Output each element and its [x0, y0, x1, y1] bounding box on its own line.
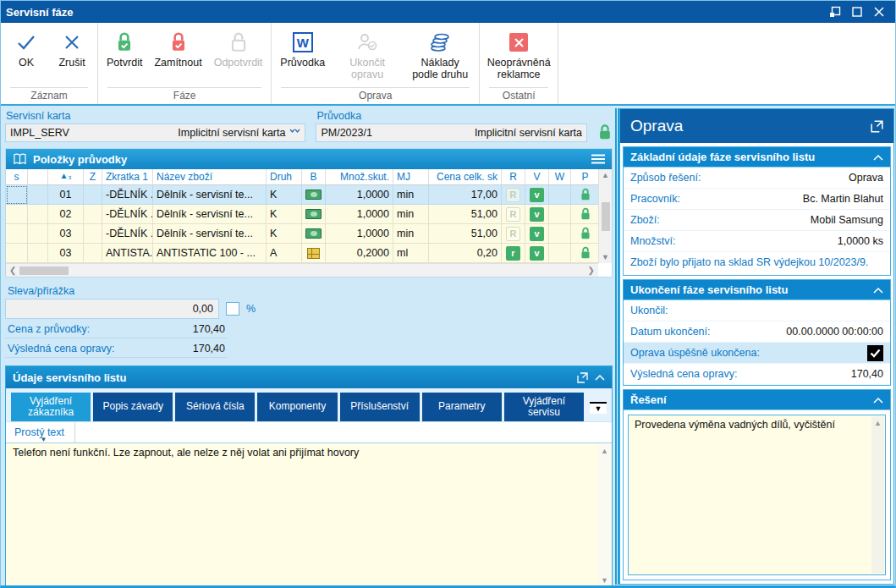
- service-card-input[interactable]: IMPL_SERV Implicitní servisní karta: [5, 124, 305, 142]
- ok-button[interactable]: OK: [3, 27, 49, 70]
- tab-vyjadreni-zakaznika[interactable]: Vyjádření zákazníka: [11, 393, 91, 421]
- dock-icon[interactable]: [824, 3, 846, 20]
- popout-icon[interactable]: [871, 120, 883, 133]
- section-header: Základní údaje fáze servisního listu: [624, 147, 890, 168]
- scroll-thumb[interactable]: [602, 202, 610, 231]
- price-from-pruvodka-row: Cena z průvodky: 170,40: [5, 321, 227, 338]
- close-icon[interactable]: [868, 3, 890, 20]
- collapse-icon[interactable]: [873, 287, 883, 294]
- lock-icon: [580, 246, 591, 260]
- table-row[interactable]: 01 -DĚLNÍK ... Dělník - servisní te... K…: [6, 185, 598, 205]
- check-icon: [16, 30, 36, 54]
- col-sort[interactable]: ▲₃: [48, 169, 84, 185]
- section-header: Ukončení fáze servisního listu: [624, 280, 890, 300]
- scroll-right-icon[interactable]: ❯: [588, 266, 595, 275]
- subtab-plain-text[interactable]: Prostý text ▼: [6, 422, 75, 442]
- col-w[interactable]: W: [549, 169, 571, 185]
- discount-label: Sleva/přirážka: [8, 285, 613, 297]
- service-phase-window: Servisní fáze OK Zrušit: [0, 0, 896, 588]
- window-title: Servisní fáze: [6, 6, 824, 19]
- col-nazev[interactable]: Název zboží: [153, 169, 267, 185]
- menu-icon[interactable]: [591, 154, 605, 164]
- tab-seriova-cisla[interactable]: Sériová čísla: [175, 393, 255, 421]
- collapse-icon[interactable]: [595, 374, 605, 381]
- popout-icon[interactable]: [577, 372, 588, 383]
- maximize-icon[interactable]: [846, 3, 868, 20]
- left-column: Servisní karta IMPL_SERV Implicitní serv…: [5, 110, 613, 582]
- col-zkratka[interactable]: Zkratka 1: [102, 169, 153, 185]
- col-cena[interactable]: Cena celk. sk: [429, 169, 502, 185]
- col-s[interactable]: s: [6, 169, 28, 185]
- percent-checkbox[interactable]: [226, 302, 239, 316]
- tab-vyjadreni-servisu[interactable]: Vyjádření servisu: [504, 393, 584, 421]
- tab-parametry[interactable]: Parametry: [422, 393, 502, 421]
- r-badge: R: [506, 227, 520, 241]
- col-druh[interactable]: Druh: [267, 169, 302, 185]
- success-checkbox[interactable]: [867, 345, 883, 361]
- unjustified-claim-button[interactable]: Neoprávněná reklamce: [482, 27, 555, 82]
- repair-panel-title: Oprava: [630, 117, 864, 135]
- col-b[interactable]: B: [302, 169, 326, 185]
- subtab-bar: Prostý text ▼: [6, 421, 612, 442]
- textarea-scrollbar[interactable]: ▲ ▼: [598, 444, 611, 587]
- collapse-icon[interactable]: [873, 154, 883, 161]
- pruvodka-desc: Implicitní servisní karta: [475, 127, 582, 139]
- horizontal-scrollbar[interactable]: ❮ ❯: [6, 263, 598, 277]
- scroll-left-icon[interactable]: ❮: [9, 266, 16, 275]
- service-sheet-header: Údaje servisního listu: [6, 366, 612, 388]
- lock-icon: [580, 207, 591, 221]
- col-v[interactable]: V: [525, 169, 549, 185]
- word-document-icon: W: [293, 30, 313, 54]
- v-badge: v: [530, 188, 544, 202]
- col-mj[interactable]: MJ: [393, 169, 429, 185]
- banknote-icon: [305, 209, 322, 219]
- percent-label: %: [246, 303, 256, 315]
- col-r[interactable]: R: [502, 169, 525, 185]
- textarea-scrollbar[interactable]: ▲: [871, 416, 884, 574]
- worker-row: Pracovník: Bc. Martin Blahut: [624, 189, 890, 210]
- final-price-row: Výsledná cena opravy: 170,40: [624, 364, 890, 385]
- solution-textarea[interactable]: Provedena výměna vadných dílů, vyčištění…: [628, 415, 886, 575]
- solution-type-row: Způsob řešení: Oprava: [624, 168, 890, 189]
- scroll-down-icon[interactable]: ▼: [601, 576, 608, 585]
- repair-success-row: Oprava úspěšně ukončena:: [624, 343, 890, 364]
- col-p[interactable]: P: [571, 169, 600, 185]
- confirm-button[interactable]: Potvrdit: [101, 27, 148, 70]
- pruvodka-input[interactable]: PM/2023/1 Implicitní servisní karta: [316, 124, 587, 142]
- table-row[interactable]: 03 -DĚLNÍK ... Dělník - servisní te... K…: [6, 224, 598, 244]
- scroll-up-icon[interactable]: ▲: [601, 447, 608, 455]
- vertical-scrollbar[interactable]: ▲ ▼: [598, 169, 612, 263]
- r-badge: R: [506, 207, 520, 222]
- collapse-icon[interactable]: [873, 397, 883, 404]
- scroll-down-icon[interactable]: ▼: [602, 253, 609, 261]
- table-row[interactable]: 03 ANTISTA... ANTISTATIC 100 - ... A 0,2…: [6, 244, 598, 263]
- more-tabs-icon[interactable]: ▼: [590, 402, 607, 414]
- dropdown-icon[interactable]: [289, 128, 300, 138]
- col-blank[interactable]: [28, 169, 48, 185]
- customer-statement-textarea[interactable]: Telefon není funkční. Lze zapnout, ale n…: [6, 442, 612, 588]
- scroll-thumb[interactable]: [19, 267, 69, 275]
- col-z[interactable]: Z: [84, 169, 102, 185]
- reject-button[interactable]: Zamítnout: [148, 27, 207, 70]
- r-badge: R: [506, 188, 520, 202]
- scroll-up-icon[interactable]: ▲: [874, 419, 882, 427]
- goods-row: Zboží: Mobil Samsung: [624, 210, 890, 231]
- table-row[interactable]: 02 -DĚLNÍK ... Dělník - servisní te... K…: [6, 205, 598, 224]
- discount-input[interactable]: 0,00: [5, 299, 219, 319]
- service-sheet-tabs: Vyjádření zákazníka Popis závady Sériová…: [6, 388, 612, 421]
- costs-by-type-button[interactable]: Náklady podle druhu: [404, 27, 476, 82]
- final-price-row: Výsledná cena opravy: 170,40: [5, 340, 227, 358]
- pruvodka-code: PM/2023/1: [321, 127, 474, 139]
- tab-komponenty[interactable]: Komponenty: [257, 393, 337, 421]
- stock-note: Zboží bylo přijato na sklad SR výdejkou …: [624, 252, 890, 275]
- lock-icon: [580, 188, 591, 201]
- tab-prislusenstvi[interactable]: Příslušenství: [340, 393, 420, 421]
- tab-popis-zavady[interactable]: Popis závady: [93, 393, 173, 421]
- scroll-up-icon[interactable]: ▲: [602, 171, 609, 179]
- cancel-button[interactable]: Zrušit: [49, 27, 95, 70]
- group-label-oprava: Oprava: [281, 87, 470, 104]
- col-mnoz[interactable]: Množ.skut.: [326, 169, 393, 185]
- pruvodka-label: Průvodka: [316, 110, 587, 122]
- pruvodka-button[interactable]: W Průvodka: [274, 27, 331, 70]
- pruvodka-field: Průvodka PM/2023/1 Implicitní servisní k…: [316, 110, 587, 142]
